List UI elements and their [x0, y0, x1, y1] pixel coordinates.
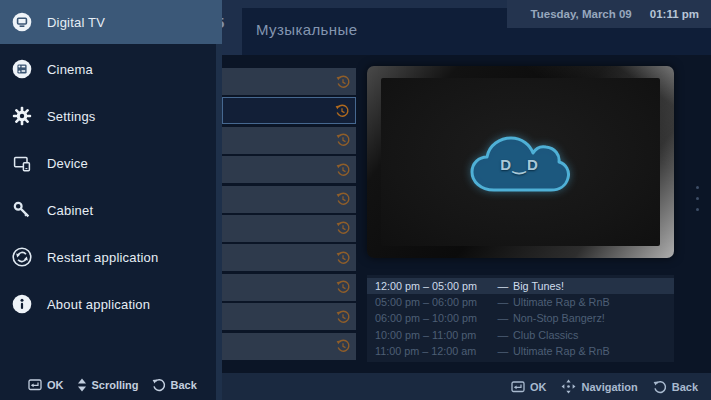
sidebar-item-digital-tv[interactable]: Digital TV [0, 0, 222, 44]
epg-separator: — [493, 345, 513, 357]
channel-row[interactable] [222, 127, 356, 154]
sidebar-hints: OK Scrolling Back [28, 378, 197, 392]
header: 5 Музыкальные Tuesday, March 09 01:11 pm [222, 0, 711, 55]
epg-time: 12:00 pm – 05:00 pm [375, 280, 493, 292]
history-clock-icon [336, 133, 350, 147]
sidebar-item-label: Cabinet [47, 203, 93, 218]
history-clock-icon [336, 75, 350, 89]
epg-separator: — [493, 280, 513, 292]
epg-title: Ultimate Rap & RnB [513, 345, 666, 357]
footer-hints: OK Navigation Back [222, 373, 711, 400]
back-hint: Back [152, 378, 197, 392]
date-label: Tuesday, March 09 [531, 8, 632, 20]
history-clock-icon [335, 104, 349, 118]
sidebar-item-label: Restart application [47, 250, 158, 265]
dot [696, 208, 699, 211]
history-clock-icon [336, 339, 350, 353]
ok-hint: OK [28, 379, 64, 391]
epg-row[interactable]: 10:00 pm – 11:00 pm — Club Classics [367, 327, 674, 343]
sidebar-item-label: Cinema [47, 62, 93, 77]
cinema-icon [12, 59, 32, 79]
sidebar-item-label: Device [47, 156, 88, 171]
history-clock-icon [336, 280, 350, 294]
category-tab[interactable]: Музыкальные [256, 21, 357, 38]
epg-separator: — [493, 312, 513, 324]
sidebar-item-cabinet[interactable]: Cabinet [0, 188, 222, 232]
epg-title: Ultimate Rap & RnB [513, 296, 666, 308]
dot [696, 197, 699, 200]
channel-row[interactable] [222, 333, 356, 360]
epg-row[interactable]: 06:00 pm – 10:00 pm — Non-Stop Bangerz! [367, 310, 674, 326]
sidebar-item-settings[interactable]: Settings [0, 94, 222, 138]
epg-title: Club Classics [513, 329, 666, 341]
channel-row[interactable] [222, 186, 356, 213]
dot [696, 186, 699, 189]
ok-label: OK [530, 381, 547, 393]
back-arrow-icon [152, 378, 166, 392]
epg-separator: — [493, 329, 513, 341]
scroll-dots-indicator[interactable] [696, 186, 699, 211]
sidebar-menu: Digital TV Cinema [0, 0, 222, 400]
tv-screen: D‿D [381, 78, 660, 246]
history-clock-icon [336, 310, 350, 324]
sidebar-item-restart[interactable]: Restart application [0, 235, 222, 279]
sidebar-item-about[interactable]: About application [0, 282, 222, 326]
history-clock-icon [336, 251, 350, 265]
key-icon [12, 200, 32, 220]
epg-row[interactable]: 05:00 pm – 06:00 pm — Ultimate Rap & RnB [367, 294, 674, 310]
channel-row[interactable] [222, 97, 356, 124]
enter-key-icon [28, 379, 42, 391]
devices-icon [12, 153, 32, 173]
scroll-arrows-icon [77, 378, 87, 392]
epg-separator: — [493, 296, 513, 308]
scrolling-label: Scrolling [92, 379, 139, 391]
channel-row[interactable] [222, 244, 356, 271]
navigation-hint: Navigation [561, 379, 637, 394]
tv-icon [12, 12, 32, 32]
history-clock-icon [336, 163, 350, 177]
channel-row[interactable] [222, 156, 356, 183]
epg-title: Non-Stop Bangerz! [513, 312, 666, 324]
cloud-logo-text: D‿D [468, 156, 572, 174]
epg-row[interactable]: 12:00 pm – 05:00 pm — Big Tunes! [367, 278, 674, 294]
enter-key-icon [511, 381, 525, 393]
info-icon [12, 294, 32, 314]
epg-title: Big Tunes! [513, 280, 666, 292]
back-hint: Back [653, 380, 698, 394]
epg-time: 10:00 pm – 11:00 pm [375, 329, 493, 341]
sidebar-item-label: About application [47, 297, 150, 312]
channel-row[interactable] [222, 303, 356, 330]
dpad-icon [561, 379, 576, 394]
gear-icon [12, 106, 32, 126]
datetime-panel: Tuesday, March 09 01:11 pm [507, 0, 711, 28]
app-window: 5 Музыкальные Tuesday, March 09 01:11 pm [0, 0, 711, 400]
tv-preview: D‿D [367, 66, 674, 258]
epg-time: 06:00 pm – 10:00 pm [375, 312, 493, 324]
sidebar-item-cinema[interactable]: Cinema [0, 47, 222, 91]
ok-hint: OK [511, 381, 547, 393]
history-clock-icon [336, 221, 350, 235]
epg-schedule: 12:00 pm – 05:00 pm — Big Tunes! 05:00 p… [367, 275, 674, 362]
back-label: Back [672, 381, 698, 393]
channel-row[interactable] [222, 68, 356, 95]
navigation-label: Navigation [581, 381, 637, 393]
time-label: 01:11 pm [650, 8, 699, 20]
history-clock-icon [336, 192, 350, 206]
scrolling-hint: Scrolling [77, 378, 139, 392]
sidebar-item-label: Settings [47, 109, 96, 124]
restart-icon [12, 247, 32, 267]
ok-label: OK [47, 379, 64, 391]
back-arrow-icon [653, 380, 667, 394]
sidebar-item-device[interactable]: Device [0, 141, 222, 185]
channel-row[interactable] [222, 274, 356, 301]
channel-row[interactable] [222, 215, 356, 242]
epg-row[interactable]: 11:00 pm – 12:00 am — Ultimate Rap & RnB [367, 343, 674, 359]
channel-list [222, 68, 356, 360]
epg-time: 05:00 pm – 06:00 pm [375, 296, 493, 308]
epg-time: 11:00 pm – 12:00 am [375, 345, 493, 357]
back-label: Back [171, 379, 197, 391]
sidebar-item-label: Digital TV [47, 15, 105, 30]
